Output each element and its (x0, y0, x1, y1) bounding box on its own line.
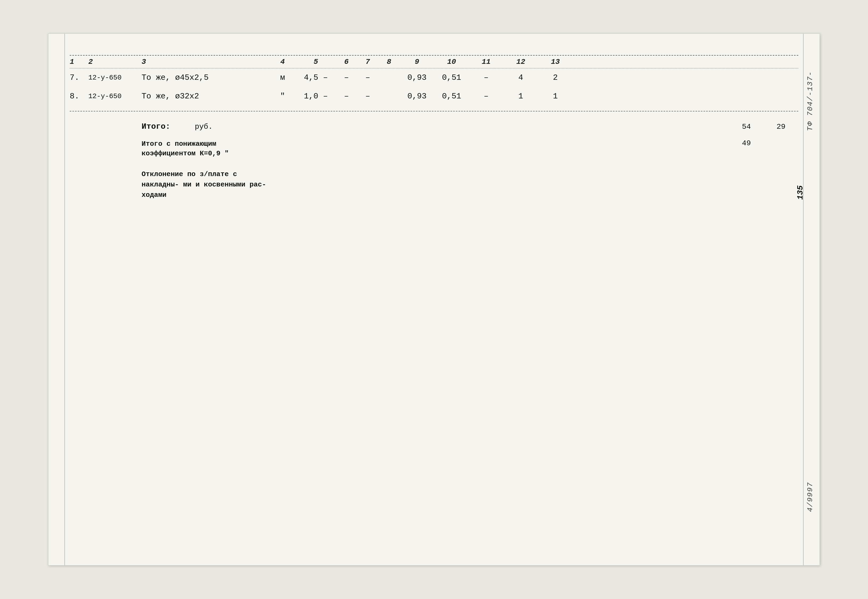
col-header-9: 9 (400, 58, 434, 66)
col-header-6: 6 (336, 58, 357, 66)
row7-num: 7. (70, 73, 88, 82)
itogo-unit: руб. (195, 123, 235, 131)
summary-section: Итого: руб. 54 29 Итого с понижающим коэ… (70, 119, 798, 203)
col-header-4: 4 (269, 58, 296, 66)
col-header-11: 11 (469, 58, 503, 66)
row8-description: То же, ø32x2 (142, 92, 269, 101)
itogo-row: Итого: руб. 54 29 (70, 119, 798, 134)
col-header-3: 3 (142, 58, 269, 66)
row8-col10: 0,51 (434, 92, 469, 101)
table-row: 7. 12-у-650 То же, ø45x2,5 м 4,5 – – – 0… (70, 68, 798, 87)
row7-col6: – (336, 73, 357, 82)
itogo-col13: 29 (764, 123, 798, 131)
side-number-top: ТФ 704/-137- (806, 71, 814, 131)
col-header-7: 7 (357, 58, 378, 66)
itogo2-col12: 49 (729, 139, 764, 147)
itogo2-label: Итого с понижающим коэффициентом К=0,9 " (142, 139, 269, 158)
row8-col12: 1 (503, 92, 538, 101)
col-header-8: 8 (378, 58, 400, 66)
col-header-10: 10 (434, 58, 469, 66)
row8-col6: – (336, 92, 357, 101)
row7-unit: м (269, 73, 296, 82)
left-border (65, 34, 65, 565)
itogo-col12: 54 (729, 123, 764, 131)
row7-col10: 0,51 (434, 73, 469, 82)
col-header-1: 1 (70, 58, 88, 66)
row7-description: То же, ø45x2,5 (142, 73, 269, 82)
itogo-col14: 135 (796, 185, 805, 200)
itogo2-row: Итого с понижающим коэффициентом К=0,9 "… (70, 134, 798, 161)
row8-col5: 1,0 – (296, 92, 336, 101)
col-header-12: 12 (503, 58, 538, 66)
row7-col11: – (469, 73, 503, 82)
deviation-label: Отклонение по з/плате с накладны- ми и к… (142, 169, 269, 200)
row8-unit: " (269, 92, 296, 101)
row7-col9: 0,93 (400, 73, 434, 82)
row7-col12: 4 (503, 73, 538, 82)
deviation-row: Отклонение по з/плате с накладны- ми и к… (70, 161, 798, 203)
column-header-row: 1 2 3 4 5 6 7 8 9 10 11 12 13 (70, 55, 798, 68)
row7-col5: 4,5 – (296, 73, 336, 82)
row8-col9: 0,93 (400, 92, 434, 101)
separator-line (70, 111, 798, 111)
col-header-13: 13 (538, 58, 573, 66)
row8-col13: 1 (538, 92, 573, 101)
itogo-label: Итого: (142, 122, 195, 131)
right-border (803, 34, 803, 565)
side-number-bottom: 4/9997 (806, 482, 814, 512)
page: 1 2 3 4 5 6 7 8 9 10 11 12 13 7. 12-у-65… (48, 33, 820, 566)
row8-col11: – (469, 92, 503, 101)
row7-col7: – (357, 73, 378, 82)
row7-col13: 2 (538, 73, 573, 82)
col-header-2: 2 (88, 58, 142, 66)
row8-col7: – (357, 92, 378, 101)
row8-num: 8. (70, 92, 88, 101)
table-row: 8. 12-у-650 То же, ø32x2 " 1,0 – – – 0,9… (70, 87, 798, 105)
row8-code: 12-у-650 (88, 92, 142, 100)
content-area: 1 2 3 4 5 6 7 8 9 10 11 12 13 7. 12-у-65… (70, 55, 798, 544)
row7-code: 12-у-650 (88, 74, 142, 82)
col-header-5: 5 (296, 58, 336, 66)
